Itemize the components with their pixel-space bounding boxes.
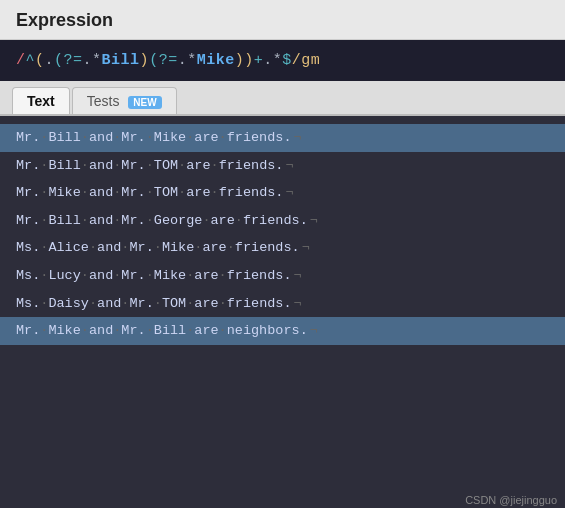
expr-paren1: ( [35,52,45,69]
expression-bar: /^(.(?=.*Bill)(?=.*Mike))+.*$/gm [0,40,565,81]
expr-plus: + [254,52,264,69]
expr-dotstar2: .* [178,52,197,69]
expr-lookahead2: (?= [149,52,178,69]
expr-bill: Bill [102,52,140,69]
text-line: Mr.·Bill·and·Mr.·Mike·are·friends.¬ [0,124,565,152]
expr-dotstar3: .* [263,52,282,69]
expr-mike: Mike [197,52,235,69]
watermark-text: CSDN @jiejingguo [465,494,557,506]
text-line: Mr.·Bill·and·Mr.·TOM·are·friends.¬ [0,152,565,180]
text-line: Ms.·Lucy·and·Mr.·Mike·are·friends.¬ [0,262,565,290]
watermark: CSDN @jiejingguo [0,492,565,508]
header: Expression [0,0,565,40]
expr-paren3: )) [235,52,254,69]
text-line: Ms.·Alice·and·Mr.·Mike·are·friends.¬ [0,234,565,262]
expr-dollar: $ [282,52,292,69]
expr-slash: / [16,52,26,69]
tab-tests[interactable]: Tests NEW [72,87,177,114]
expr-dot1: . [45,52,55,69]
new-badge: NEW [128,96,161,109]
expr-caret: ^ [26,52,36,69]
text-line: Mr.·Mike·and·Mr.·Bill·are·neighbors.¬ [0,317,565,345]
main-container: Expression /^(.(?=.*Bill)(?=.*Mike))+.*$… [0,0,565,508]
text-area: Mr.·Bill·and·Mr.·Mike·are·friends.¬ Mr.·… [0,116,565,492]
expr-dotstar1: .* [83,52,102,69]
text-line: Ms.·Daisy·and·Mr.·TOM·are·friends.¬ [0,290,565,318]
expr-flag: /gm [292,52,321,69]
tab-text[interactable]: Text [12,87,70,114]
page-title: Expression [16,10,113,30]
expression-display: /^(.(?=.*Bill)(?=.*Mike))+.*$/gm [16,52,320,69]
expr-paren2: ) [140,52,150,69]
text-line: Mr.·Bill·and·Mr.·George·are·friends.¬ [0,207,565,235]
tabs-bar: Text Tests NEW [0,81,565,116]
expr-lookahead1: (?= [54,52,83,69]
text-line: Mr.·Mike·and·Mr.·TOM·are·friends.¬ [0,179,565,207]
